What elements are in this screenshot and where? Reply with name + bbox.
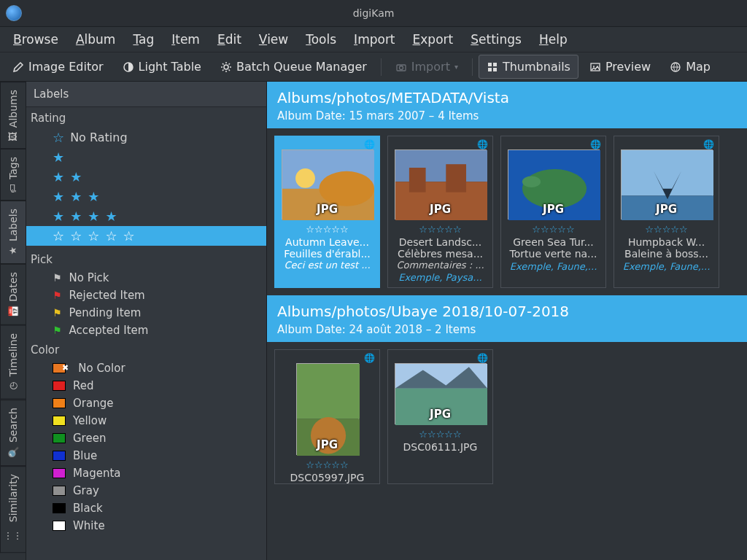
menu-import[interactable]: Import bbox=[345, 28, 403, 51]
preview-button[interactable]: Preview bbox=[581, 55, 659, 79]
color-swatch bbox=[53, 398, 66, 408]
sidetab-albums[interactable]: 🖼Albums bbox=[0, 82, 26, 149]
thumbnail-image: JPG bbox=[621, 149, 713, 219]
sidetab-dates[interactable]: 📅Dates bbox=[0, 264, 26, 325]
rating-0-star[interactable]: ☆☆☆☆☆ bbox=[26, 226, 266, 246]
album-path: Albums/photos/METADATA/Vista bbox=[277, 89, 737, 106]
color-no-color[interactable]: ✖No Color bbox=[26, 359, 266, 377]
map-button[interactable]: Map bbox=[662, 55, 719, 79]
menu-view[interactable]: View bbox=[250, 28, 297, 51]
pick-rejected-item[interactable]: ⚑Rejected Item bbox=[26, 287, 266, 304]
menu-settings[interactable]: Settings bbox=[462, 28, 530, 51]
rating-stars[interactable]: ☆☆☆☆☆ bbox=[614, 222, 719, 236]
flag-icon: ⚑ bbox=[53, 272, 62, 284]
batch-queue-button[interactable]: Batch Queue Manager bbox=[212, 55, 375, 79]
format-badge: JPG bbox=[656, 203, 677, 216]
thumb-title: Autumn Leave... bbox=[275, 236, 379, 248]
menu-export[interactable]: Export bbox=[404, 28, 462, 51]
label: Thumbnails bbox=[503, 60, 570, 74]
import-button[interactable]: Import ▾ bbox=[387, 55, 466, 79]
thumbnails-button[interactable]: Thumbnails bbox=[479, 55, 578, 79]
color-green[interactable]: Green bbox=[26, 429, 266, 447]
window-title: digiKam bbox=[353, 7, 395, 19]
thumbnail-image: JPG bbox=[395, 149, 487, 219]
color-swatch bbox=[53, 503, 66, 513]
label: Image Editor bbox=[28, 60, 104, 74]
thumbnail[interactable]: 🌐JPG☆☆☆☆☆Autumn Leave...Feuilles d'érabl… bbox=[274, 136, 380, 288]
color-yellow[interactable]: Yellow bbox=[26, 412, 266, 429]
rating-stars[interactable]: ☆☆☆☆☆ bbox=[275, 458, 379, 472]
titlebar: digiKam bbox=[0, 0, 747, 26]
pencil-icon bbox=[12, 61, 24, 73]
thumb-tags: Exemple, Faune,... bbox=[501, 260, 605, 276]
color-blue[interactable]: Blue bbox=[26, 447, 266, 464]
label: Import bbox=[411, 60, 450, 74]
color-gray[interactable]: Gray bbox=[26, 482, 266, 499]
menu-item[interactable]: Item bbox=[163, 28, 209, 51]
svg-point-1 bbox=[224, 65, 228, 69]
color-swatch bbox=[53, 486, 66, 496]
svg-rect-5 bbox=[493, 63, 497, 66]
album-path: Albums/photos/Ubaye 2018/10-07-2018 bbox=[277, 303, 737, 320]
rating-2-star[interactable]: ★★ bbox=[26, 167, 266, 187]
color-swatch bbox=[53, 521, 66, 531]
thumbnail[interactable]: 🌐JPG☆☆☆☆☆DSC05997.JPG bbox=[274, 349, 380, 484]
color-red[interactable]: Red bbox=[26, 377, 266, 394]
thumbnail[interactable]: 🌐JPG☆☆☆☆☆DSC06111.JPG bbox=[387, 349, 493, 484]
svg-rect-18 bbox=[446, 164, 466, 192]
sidetab-labels[interactable]: ★Labels bbox=[0, 201, 26, 264]
album-header: Albums/photos/METADATA/VistaAlbum Date: … bbox=[267, 82, 747, 128]
light-table-button[interactable]: Light Table bbox=[115, 55, 209, 79]
thumbnail[interactable]: 🌐JPG☆☆☆☆☆Green Sea Tur...Tortue verte na… bbox=[500, 136, 606, 288]
rating-stars[interactable]: ☆☆☆☆☆ bbox=[275, 222, 379, 236]
svg-point-3 bbox=[399, 66, 403, 69]
globe-icon bbox=[670, 61, 681, 73]
contrast-icon bbox=[123, 61, 134, 73]
sidetab-tags[interactable]: 🏷Tags bbox=[0, 149, 26, 201]
menu-help[interactable]: Help bbox=[530, 28, 576, 51]
rating-stars[interactable]: ☆☆☆☆☆ bbox=[501, 222, 605, 236]
color-black[interactable]: Black bbox=[26, 499, 266, 517]
side-tabs: 🖼Albums🏷Tags★Labels📅Dates◷Timeline🔍Searc… bbox=[0, 82, 26, 560]
color-magenta[interactable]: Magenta bbox=[26, 464, 266, 482]
svg-rect-6 bbox=[488, 68, 492, 71]
rating-1-star[interactable]: ★ bbox=[26, 147, 266, 167]
color-swatch bbox=[53, 451, 66, 461]
image-editor-button[interactable]: Image Editor bbox=[4, 55, 112, 79]
album-meta: Album Date: 15 mars 2007 – 4 Items bbox=[277, 109, 737, 122]
gear-icon bbox=[220, 61, 232, 73]
thumbnail[interactable]: 🌐JPG☆☆☆☆☆Humpback W...Baleine à boss...E… bbox=[614, 136, 719, 288]
pick-accepted-item[interactable]: ⚑Accepted Item bbox=[26, 322, 266, 339]
menu-album[interactable]: Album bbox=[67, 28, 125, 51]
menu-edit[interactable]: Edit bbox=[209, 28, 250, 51]
thumb-subtitle: Baleine à boss... bbox=[614, 248, 719, 260]
sidetab-timeline[interactable]: ◷Timeline bbox=[0, 325, 26, 400]
thumb-title: DSC06111.JPG bbox=[388, 441, 492, 453]
rating-stars[interactable]: ☆☆☆☆☆ bbox=[388, 427, 492, 441]
labels-panel: Labels Rating ☆No Rating★★★★★★★★★★☆☆☆☆☆ … bbox=[26, 82, 267, 560]
rating-stars[interactable]: ☆☆☆☆☆ bbox=[388, 222, 492, 236]
app-icon bbox=[6, 5, 22, 21]
svg-point-13 bbox=[295, 168, 315, 188]
sidetab-similarity[interactable]: ⋮⋮Similarity bbox=[0, 466, 26, 553]
format-badge: JPG bbox=[317, 203, 338, 216]
rating-4-star[interactable]: ★★★★ bbox=[26, 206, 266, 226]
color-white[interactable]: White bbox=[26, 517, 266, 534]
menu-tag[interactable]: Tag bbox=[124, 28, 163, 51]
separator bbox=[381, 58, 382, 76]
thumbnail-image: JPG bbox=[508, 149, 600, 219]
menu-tools[interactable]: Tools bbox=[297, 28, 345, 51]
chevron-down-icon: ▾ bbox=[454, 63, 458, 71]
rating-3-star[interactable]: ★★★ bbox=[26, 187, 266, 206]
thumb-subtitle: Tortue verte na... bbox=[501, 248, 605, 260]
pick-pending-item[interactable]: ⚑Pending Item bbox=[26, 304, 266, 322]
svg-rect-4 bbox=[488, 63, 492, 66]
menu-browse[interactable]: Browse bbox=[4, 28, 67, 51]
rating-no-rating[interactable]: ☆No Rating bbox=[26, 128, 266, 147]
thumbnail[interactable]: 🌐JPG☆☆☆☆☆Desert Landsc...Célèbres mesa..… bbox=[387, 136, 493, 288]
pick-no-pick[interactable]: ⚑No Pick bbox=[26, 269, 266, 287]
thumb-subtitle: Feuilles d'érabl... bbox=[275, 248, 379, 260]
color-orange[interactable]: Orange bbox=[26, 394, 266, 412]
thumb-title: Humpback W... bbox=[614, 236, 719, 248]
sidetab-search[interactable]: 🔍Search bbox=[0, 400, 26, 466]
